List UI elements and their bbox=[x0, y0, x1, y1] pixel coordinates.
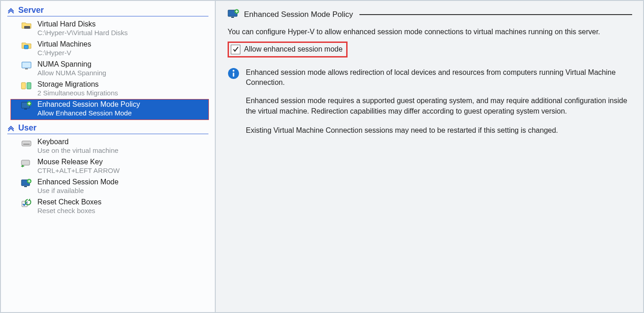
nav-item-virtual-hard-disks[interactable]: Virtual Hard Disks C:\Hyper-V\Virtual Ha… bbox=[1, 19, 215, 39]
category-header-user[interactable]: User bbox=[7, 123, 208, 134]
svg-rect-9 bbox=[22, 141, 31, 146]
info-block: Enhanced session mode allows redirection… bbox=[228, 68, 632, 88]
checkbox-label: Allow enhanced session mode bbox=[244, 45, 343, 53]
svg-rect-3 bbox=[25, 68, 28, 69]
svg-rect-17 bbox=[231, 17, 234, 18]
highlight-selected-nav: Enhanced Session Mode Policy Allow Enhan… bbox=[11, 99, 208, 120]
nav-item-sub: Use if available bbox=[37, 187, 119, 194]
section-title: Enhanced Session Mode Policy bbox=[244, 10, 353, 19]
svg-rect-4 bbox=[21, 83, 26, 89]
info-icon bbox=[228, 68, 239, 79]
nav-item-title: Enhanced Session Mode Policy bbox=[37, 100, 140, 109]
nav-item-sub: CTRL+ALT+LEFT ARROW bbox=[37, 167, 119, 174]
monitor-plus-icon bbox=[21, 100, 32, 111]
nav-item-sub: Allow Enhanced Session Mode bbox=[37, 109, 140, 117]
nav-item-title: Virtual Hard Disks bbox=[37, 20, 128, 28]
nav-item-sub: Use on the virtual machine bbox=[37, 146, 119, 154]
nav-item-title: Reset Check Boxes bbox=[37, 198, 102, 206]
svg-rect-7 bbox=[24, 109, 27, 110]
nav-item-numa-spanning[interactable]: NUMA Spanning Allow NUMA Spanning bbox=[1, 59, 215, 79]
section-header: Enhanced Session Mode Policy bbox=[228, 8, 632, 21]
category-header-server[interactable]: Server bbox=[7, 5, 208, 16]
folder-disk-icon bbox=[21, 20, 32, 31]
info-text-1: Enhanced session mode allows redirection… bbox=[246, 68, 632, 88]
nav-item-title: Virtual Machines bbox=[37, 40, 91, 48]
nav-item-sub: C:\Hyper-V\Virtual Hard Disks bbox=[37, 29, 128, 37]
nav-item-title: Keyboard bbox=[37, 138, 119, 146]
collapse-icon bbox=[7, 124, 16, 132]
nav-item-virtual-machines[interactable]: Virtual Machines C:\Hyper-V bbox=[1, 39, 215, 59]
info-text-2: Enhanced session mode requires a support… bbox=[246, 96, 632, 116]
monitor-icon bbox=[21, 60, 32, 71]
storage-migration-icon bbox=[21, 80, 32, 91]
svg-rect-13 bbox=[24, 186, 27, 187]
nav-item-storage-migrations[interactable]: Storage Migrations 2 Simultaneous Migrat… bbox=[1, 79, 215, 99]
category-title: User bbox=[18, 123, 36, 133]
monitor-plus-icon bbox=[228, 8, 239, 21]
svg-rect-5 bbox=[27, 83, 31, 89]
collapse-icon bbox=[7, 6, 16, 15]
nav-item-title: Mouse Release Key bbox=[37, 158, 119, 166]
svg-rect-11 bbox=[21, 160, 30, 165]
settings-window: Server Virtual Hard Disks C:\Hyper-V\Vir… bbox=[0, 0, 644, 313]
keyboard-icon bbox=[21, 138, 32, 149]
nav-item-title: Storage Migrations bbox=[37, 80, 118, 89]
nav-item-enhanced-session-mode[interactable]: Enhanced Session Mode Use if available bbox=[1, 177, 215, 197]
svg-rect-0 bbox=[24, 26, 30, 29]
nav-item-sub: Allow NUMA Spanning bbox=[37, 69, 106, 77]
nav-item-enhanced-session-policy[interactable]: Enhanced Session Mode Policy Allow Enhan… bbox=[11, 99, 208, 120]
category-title: Server bbox=[18, 5, 44, 15]
nav-item-sub: C:\Hyper-V bbox=[37, 49, 91, 57]
checkbox-icon bbox=[231, 45, 240, 54]
svg-rect-20 bbox=[233, 73, 234, 77]
keyboard-arrow-icon bbox=[21, 158, 32, 169]
folder-vm-icon bbox=[21, 40, 32, 51]
nav-item-keyboard[interactable]: Keyboard Use on the virtual machine bbox=[1, 137, 215, 157]
section-intro-text: You can configure Hyper-V to allow enhan… bbox=[228, 27, 632, 37]
reset-checkbox-icon bbox=[21, 198, 32, 209]
svg-rect-2 bbox=[22, 62, 31, 68]
svg-point-21 bbox=[233, 70, 234, 72]
svg-rect-10 bbox=[23, 144, 30, 145]
info-text-3: Existing Virtual Machine Connection sess… bbox=[246, 125, 632, 136]
settings-detail-pane: Enhanced Session Mode Policy You can con… bbox=[216, 1, 643, 312]
svg-rect-1 bbox=[24, 45, 28, 49]
nav-item-sub: 2 Simultaneous Migrations bbox=[37, 89, 118, 97]
nav-item-mouse-release[interactable]: Mouse Release Key CTRL+ALT+LEFT ARROW bbox=[1, 157, 215, 177]
monitor-plus-icon bbox=[21, 178, 32, 189]
nav-item-title: Enhanced Session Mode bbox=[37, 178, 119, 186]
allow-enhanced-session-checkbox[interactable]: Allow enhanced session mode bbox=[228, 42, 348, 57]
nav-item-title: NUMA Spanning bbox=[37, 60, 106, 68]
section-rule bbox=[359, 14, 632, 15]
settings-nav-pane: Server Virtual Hard Disks C:\Hyper-V\Vir… bbox=[1, 1, 216, 312]
nav-item-sub: Reset check boxes bbox=[37, 207, 102, 214]
nav-item-reset-checkboxes[interactable]: Reset Check Boxes Reset check boxes bbox=[1, 197, 215, 217]
